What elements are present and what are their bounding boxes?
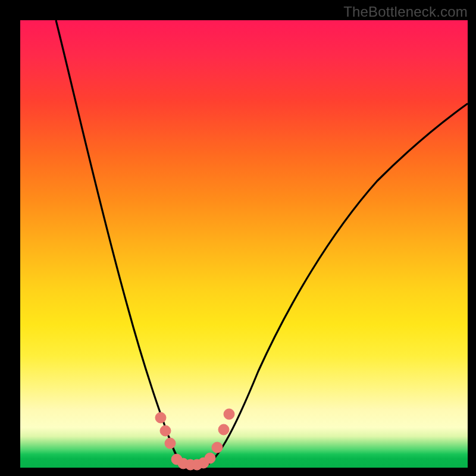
- curve-left: [56, 20, 186, 466]
- plot-area: [20, 20, 468, 468]
- marker: [205, 453, 215, 464]
- marker: [155, 412, 166, 423]
- attribution-text: TheBottleneck.com: [343, 4, 468, 20]
- marker: [212, 442, 223, 453]
- marker-group: [155, 409, 234, 470]
- marker: [224, 409, 234, 419]
- marker: [218, 424, 229, 435]
- marker: [165, 438, 176, 449]
- curve-right: [205, 104, 468, 466]
- marker: [160, 425, 171, 436]
- chart-frame: TheBottleneck.com: [0, 0, 476, 476]
- chart-svg: [20, 20, 468, 468]
